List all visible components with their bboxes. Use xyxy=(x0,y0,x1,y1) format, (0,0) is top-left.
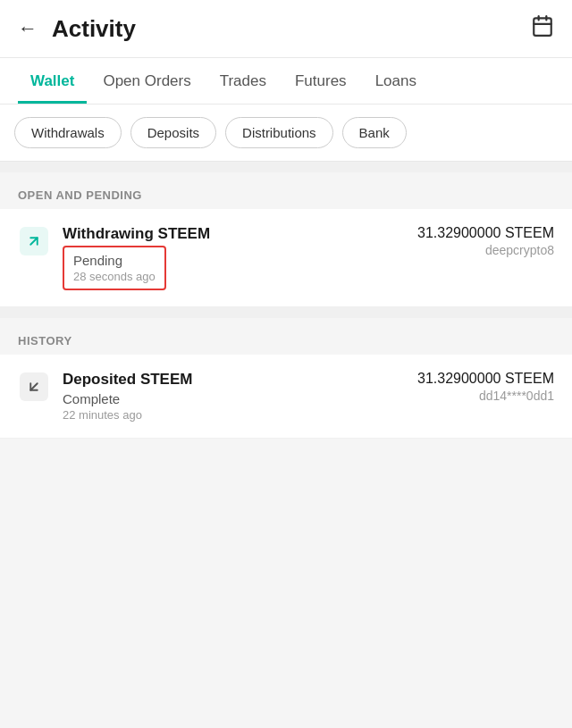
back-button[interactable]: ← xyxy=(18,19,38,38)
tx-right-deposited: 31.32900000 STEEM dd14****0dd1 xyxy=(417,371,554,403)
tx-icon-out xyxy=(18,225,50,257)
svg-line-5 xyxy=(30,383,38,390)
filter-bank[interactable]: Bank xyxy=(342,117,407,148)
tab-futures[interactable]: Futures xyxy=(282,58,359,104)
deposit-icon xyxy=(20,372,48,401)
section-label-history: HISTORY xyxy=(0,318,572,355)
filter-distributions[interactable]: Distributions xyxy=(225,117,333,148)
header: ← Activity xyxy=(0,0,572,58)
tx-details-deposited: Deposited STEEM Complete 22 minutes ago xyxy=(63,371,405,422)
tab-loans[interactable]: Loans xyxy=(363,58,429,104)
tabs-bar: Wallet Open Orders Trades Futures Loans xyxy=(0,58,572,105)
tx-details-withdrawing: Withdrawing STEEM Pending 28 seconds ago xyxy=(63,225,405,290)
tab-trades[interactable]: Trades xyxy=(207,58,279,104)
tx-status-pending: Pending xyxy=(73,253,156,268)
tx-title-deposited: Deposited STEEM xyxy=(63,371,405,389)
section-divider-2 xyxy=(0,307,572,318)
tx-address-withdrawing: deepcrypto8 xyxy=(417,243,554,257)
transaction-item-withdrawing[interactable]: Withdrawing STEEM Pending 28 seconds ago… xyxy=(0,209,572,307)
withdraw-icon xyxy=(20,227,48,255)
tab-open-orders[interactable]: Open Orders xyxy=(90,58,203,104)
transaction-item-deposited[interactable]: Deposited STEEM Complete 22 minutes ago … xyxy=(0,355,572,439)
section-divider-1 xyxy=(0,162,572,172)
pending-highlight-box: Pending 28 seconds ago xyxy=(63,246,166,290)
calendar-icon[interactable] xyxy=(531,14,554,43)
filters-bar: Withdrawals Deposits Distributions Bank xyxy=(0,105,572,162)
page-title: Activity xyxy=(52,15,531,43)
tx-status-complete: Complete xyxy=(63,391,405,406)
tx-time-history: 22 minutes ago xyxy=(63,408,405,422)
tx-time-pending: 28 seconds ago xyxy=(73,270,156,283)
tx-amount-withdrawing: 31.32900000 STEEM xyxy=(417,225,554,241)
section-label-pending: OPEN AND PENDING xyxy=(0,172,572,209)
filter-deposits[interactable]: Deposits xyxy=(130,117,216,148)
tx-right-withdrawing: 31.32900000 STEEM deepcrypto8 xyxy=(417,225,554,257)
tab-wallet[interactable]: Wallet xyxy=(18,58,87,104)
tx-icon-in xyxy=(18,371,50,403)
tx-amount-deposited: 31.32900000 STEEM xyxy=(417,371,554,387)
svg-line-4 xyxy=(30,238,38,245)
tx-address-deposited: dd14****0dd1 xyxy=(417,389,554,403)
tx-title-withdrawing: Withdrawing STEEM xyxy=(63,225,405,243)
filter-withdrawals[interactable]: Withdrawals xyxy=(14,117,122,148)
svg-rect-0 xyxy=(534,18,551,36)
